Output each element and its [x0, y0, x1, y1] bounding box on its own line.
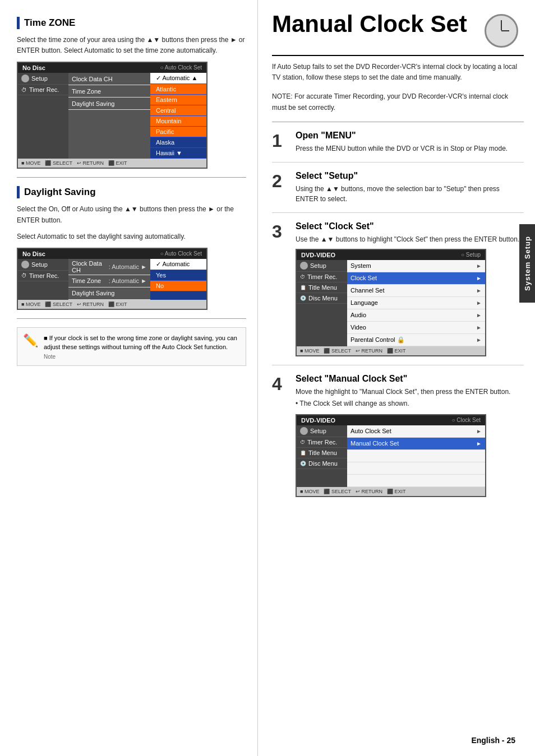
daylight-saving-body1: Select the On, Off or Auto using the ▲▼ …	[17, 204, 246, 225]
osd-timer-label-1: Timer Rec.	[29, 86, 59, 93]
osd-main-3: Setup ⏱ Timer Rec. 📋 Title Menu	[297, 260, 485, 346]
osd-footer-exit: ⬛ EXIT	[108, 160, 127, 166]
step-1-heading: Open "MENU"	[296, 131, 508, 141]
osd-footer4-exit: ⬛ EXIT	[387, 489, 406, 494]
osd-header-2: No Disc ○ Auto Clock Set	[18, 249, 206, 259]
note-label: Note	[44, 354, 240, 360]
osd-setup-label-1: Setup	[31, 75, 48, 82]
osd-timer-row-2: ⏱ Timer Rec.	[18, 271, 68, 281]
note-body-text: If your clock is set to the wrong time z…	[44, 335, 237, 351]
note-box: ✏️ ■ If your clock is set to the wrong t…	[17, 327, 246, 366]
osd-footer3-exit: ⬛ EXIT	[387, 348, 406, 354]
osd-timezone-row: Time Zone	[68, 85, 150, 98]
osd-left-4: Setup ⏱ Timer Rec. 📋 Title Menu	[297, 425, 347, 487]
osd-3-language: Language ►	[347, 297, 485, 309]
osd-timezone-value-2: : Automatic ►	[109, 277, 147, 284]
side-tab-label: System Setup	[523, 236, 532, 291]
daylight-saving-title: Daylight Saving	[24, 187, 96, 198]
intro-text-2: NOTE: For accurate Timer Recording, your…	[272, 91, 524, 113]
osd-clockdata-value-2: : Automatic ►	[109, 263, 147, 270]
osd-daylightsaving-label: Daylight Saving	[72, 100, 147, 107]
osd-sub2-automatic: ✓ Automatic	[150, 259, 206, 270]
right-divider-0	[272, 122, 524, 122]
osd-daylight-row-2: Daylight Saving	[68, 287, 150, 300]
gear-icon-4	[300, 427, 308, 435]
osd-right-4: ○ Clock Set	[451, 417, 481, 424]
osd-footer-select: ⬛ SELECT	[45, 160, 72, 166]
osd-sub-atlantic: Atlantic	[150, 84, 206, 95]
osd-right-1: ○ Auto Clock Set	[160, 64, 202, 71]
gear-icon-2	[21, 261, 29, 268]
osd-left-3: Setup ⏱ Timer Rec. 📋 Title Menu	[297, 260, 347, 346]
step-4-num: 4	[272, 375, 289, 497]
osd-3-timer: ⏱ Timer Rec.	[297, 272, 347, 282]
osd-sub-eastern: Eastern	[150, 95, 206, 105]
osd-sub2-yes: Yes	[150, 270, 206, 281]
gear-icon-3	[300, 262, 308, 270]
osd-header-4: DVD-VIDEO ○ Clock Set	[297, 415, 485, 425]
osd-sub-automatic: ✓ Automatic ▲	[150, 73, 206, 84]
osd-sub-central: Central	[150, 105, 206, 116]
step-4-content: Select "Manual Clock Set" Move the highl…	[296, 374, 510, 497]
step-4-heading: Select "Manual Clock Set"	[296, 374, 510, 384]
osd-setup-label-2: Setup	[31, 261, 48, 268]
osd-3-parental: Parental Control 🔒 ►	[347, 334, 485, 346]
osd-3-channelset: Channel Set ►	[347, 285, 485, 297]
osd-footer-return: ↩ RETURN	[77, 160, 104, 166]
osd-right-4: Auto Clock Set ► Manual Clock Set ►	[347, 425, 485, 487]
osd-main-content-2: Setup ⏱ Timer Rec. Clock Data CH : Autom…	[18, 259, 206, 300]
osd-left-panel-2: Setup ⏱ Timer Rec.	[18, 259, 68, 300]
osd-3-system: System ►	[347, 260, 485, 272]
osd-main-4: Setup ⏱ Timer Rec. 📋 Title Menu	[297, 425, 485, 487]
page-number: English - 25	[471, 736, 515, 745]
note-icon: ✏️	[23, 333, 38, 360]
timer-icon-2: ⏱	[21, 272, 27, 279]
blue-bar-2	[17, 186, 20, 198]
osd-timezone-row-2: Time Zone : Automatic ►	[68, 275, 150, 287]
osd-header-1: No Disc ○ Auto Clock Set	[18, 63, 206, 73]
osd-setup-row-2: Setup	[18, 259, 68, 271]
step-2-block: 2 Select "Setup" Using the ▲▼ buttons, m…	[272, 171, 524, 213]
osd-3-disc-menu: 💿 Disc Menu	[297, 293, 347, 304]
step-4-body2: • The Clock Set will change as shown.	[296, 398, 510, 409]
blue-bar-1	[17, 17, 20, 29]
osd-step-3: DVD-VIDEO ○ Setup Setup ⏱ Timer Rec.	[296, 249, 486, 356]
osd-4-manualclockset: Manual Clock Set ►	[347, 438, 485, 450]
step-3-content: Select "Clock Set" Use the ▲▼ buttons to…	[296, 221, 519, 356]
osd-4-empty1	[347, 450, 485, 462]
step-2-num: 2	[272, 172, 289, 204]
osd-4-setup: Setup	[297, 425, 347, 437]
osd-timer-label-2: Timer Rec.	[29, 272, 59, 279]
side-tab: System Setup	[519, 224, 535, 303]
step-1-block: 1 Open "MENU" Press the MENU button whil…	[272, 131, 524, 163]
osd-clockdata-label: Clock Data CH	[72, 76, 147, 82]
intro-text-1: If Auto Setup fails to set the DVD Recor…	[272, 62, 524, 83]
clock-icon-area	[479, 11, 524, 50]
osd-timezone-label: Time Zone	[72, 88, 147, 95]
osd-4-empty2	[347, 462, 485, 475]
time-zone-title: Time ZONE	[24, 17, 75, 29]
osd-clockdata-row-2: Clock Data CH : Automatic ►	[68, 259, 150, 275]
timer-icon-1: ⏱	[21, 87, 27, 93]
osd-footer2-move: ■ MOVE	[21, 302, 40, 307]
step-3-heading: Select "Clock Set"	[296, 221, 519, 231]
osd-right-2: ○ Auto Clock Set	[160, 251, 202, 257]
osd-sub2-no: No	[150, 281, 206, 291]
osd-3-audio: Audio ►	[347, 309, 485, 322]
osd-footer3-move: ■ MOVE	[300, 348, 319, 354]
osd-right-3: ○ Setup	[461, 252, 481, 258]
manual-clock-title-text: Manual Clock Set	[272, 11, 467, 37]
osd-4-empty3	[347, 475, 485, 487]
osd-3-video: Video ►	[347, 322, 485, 334]
note-content: ■ If your clock is set to the wrong time…	[44, 333, 240, 360]
osd-right-3: System ► Clock Set ► Channel Set ►	[347, 260, 485, 346]
step-4-body1: Move the highlight to "Manual Clock Set"…	[296, 387, 510, 397]
step-3-body: Use the ▲▼ buttons to highlight "Clock S…	[296, 234, 519, 244]
time-zone-body: Select the time zone of your area using …	[17, 35, 246, 56]
time-zone-heading: Time ZONE	[17, 17, 246, 29]
step-2-heading: Select "Setup"	[296, 171, 524, 181]
osd-4-timer: ⏱ Timer Rec.	[297, 437, 347, 448]
manual-clock-set-title-area: Manual Clock Set	[272, 11, 524, 56]
osd-sub-alaska: Alaska	[150, 137, 206, 148]
osd-3-setup: Setup	[297, 260, 347, 272]
